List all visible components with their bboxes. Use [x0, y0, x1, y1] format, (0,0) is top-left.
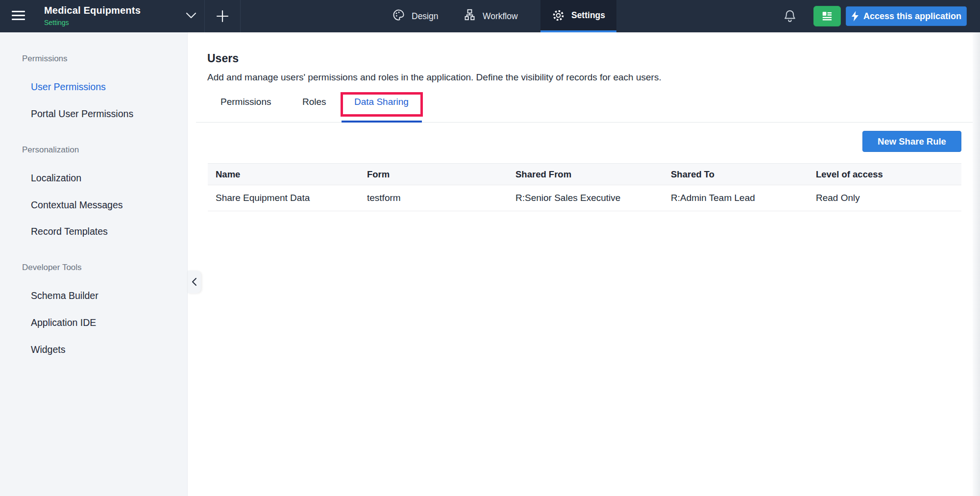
nav-settings[interactable]: Settings: [540, 0, 616, 32]
cell-shared-to: R:Admin Team Lead: [663, 193, 808, 203]
table-header-row: Name Form Shared From Shared To Level of…: [208, 164, 961, 185]
chevron-down-icon[interactable]: [186, 12, 196, 21]
sidebar-item-user-permissions[interactable]: User Permissions: [31, 81, 106, 93]
main-content: Users Add and manage users' permissions …: [188, 32, 980, 496]
settings-sidebar: Permissions User Permissions Portal User…: [0, 32, 188, 496]
cell-level-of-access: Read Only: [808, 193, 961, 203]
hamburger-menu-icon[interactable]: [12, 11, 25, 22]
topbar: Medical Equipments Settings Design Workf…: [0, 0, 980, 32]
access-application-label: Access this application: [863, 11, 961, 22]
sidebar-section-personalization: Personalization: [22, 145, 79, 155]
sidebar-item-portal-user-permissions[interactable]: Portal User Permissions: [31, 108, 133, 120]
workflow-icon: [463, 8, 476, 24]
table-row[interactable]: Share Equipment Data testform R:Senior S…: [208, 185, 961, 211]
chevron-left-icon: [192, 277, 197, 286]
app-window: Medical Equipments Settings Design Workf…: [0, 0, 980, 496]
nav-workflow[interactable]: Workflow: [463, 0, 518, 32]
nav-design-label: Design: [412, 11, 438, 22]
tab-permissions[interactable]: Permissions: [220, 97, 271, 107]
notifications-bell-icon[interactable]: [783, 9, 797, 26]
annotation-highlight-box: [341, 92, 423, 117]
app-title: Medical Equipments: [44, 5, 141, 16]
sidebar-item-schema-builder[interactable]: Schema Builder: [31, 290, 98, 301]
form-summary-icon: [821, 10, 833, 23]
app-subtitle: Settings: [44, 19, 141, 26]
tabs-divider: [196, 122, 973, 123]
lightning-icon: [851, 11, 859, 22]
app-summary-button[interactable]: [813, 6, 841, 26]
sidebar-collapse-button[interactable]: [188, 271, 201, 293]
nav-settings-label: Settings: [571, 10, 605, 21]
page-title: Users: [207, 52, 239, 65]
column-header-shared-from[interactable]: Shared From: [508, 169, 663, 180]
app-title-block[interactable]: Medical Equipments Settings: [44, 5, 141, 26]
cell-rule-name: Share Equipment Data: [208, 193, 359, 203]
share-rules-table: Name Form Shared From Shared To Level of…: [208, 163, 961, 211]
column-header-form[interactable]: Form: [359, 169, 508, 180]
nav-design[interactable]: Design: [392, 0, 438, 32]
access-application-button[interactable]: Access this application: [846, 6, 967, 26]
scrollbar-track[interactable]: [973, 32, 980, 496]
new-share-rule-button[interactable]: New Share Rule: [862, 131, 961, 152]
tab-roles[interactable]: Roles: [302, 97, 326, 107]
page-description: Add and manage users' permissions and ro…: [207, 72, 662, 83]
sidebar-item-localization[interactable]: Localization: [31, 173, 81, 184]
cell-form: testform: [359, 193, 508, 203]
active-tab-underline: [342, 121, 422, 123]
sidebar-item-application-ide[interactable]: Application IDE: [31, 317, 96, 328]
column-header-shared-to[interactable]: Shared To: [663, 169, 808, 180]
sidebar-section-developer-tools: Developer Tools: [22, 263, 82, 273]
topbar-divider: [240, 0, 241, 32]
sidebar-item-widgets[interactable]: Widgets: [31, 344, 65, 355]
palette-icon: [392, 8, 405, 24]
sidebar-item-contextual-messages[interactable]: Contextual Messages: [31, 199, 123, 211]
sidebar-section-permissions: Permissions: [22, 54, 68, 64]
sidebar-item-record-templates[interactable]: Record Templates: [31, 226, 108, 237]
gear-icon: [552, 9, 565, 22]
plus-icon: [216, 10, 229, 23]
column-header-name[interactable]: Name: [208, 169, 359, 180]
nav-workflow-label: Workflow: [483, 11, 518, 22]
column-header-level-of-access[interactable]: Level of access: [808, 169, 961, 180]
cell-shared-from: R:Senior Sales Executive: [508, 193, 663, 203]
add-application-button[interactable]: [204, 0, 240, 32]
